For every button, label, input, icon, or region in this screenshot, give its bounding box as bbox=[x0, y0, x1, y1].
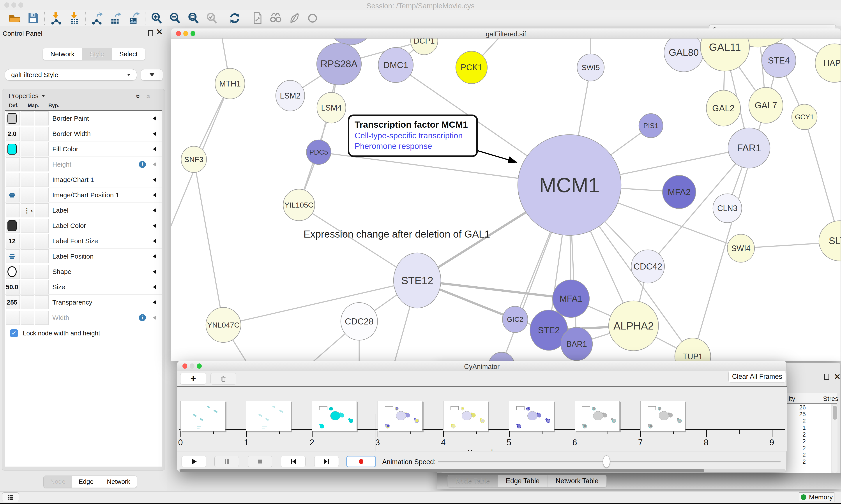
property-row-image-chart-1[interactable]: Image/Chart 1 bbox=[5, 172, 162, 187]
network-node-yil105c[interactable]: YIL105C bbox=[283, 189, 315, 221]
binoculars-icon[interactable] bbox=[269, 12, 282, 24]
network-node-mcm1[interactable]: MCM1 bbox=[518, 134, 621, 235]
tab-node-table[interactable]: Node Table bbox=[448, 475, 498, 487]
network-node-gcy1[interactable]: GCY1 bbox=[792, 104, 817, 130]
property-cell[interactable] bbox=[35, 265, 49, 279]
slider-handle[interactable] bbox=[603, 455, 610, 468]
network-document-icon[interactable] bbox=[251, 12, 264, 24]
property-cell[interactable] bbox=[35, 280, 49, 294]
network-node-pis1[interactable]: PIS1 bbox=[639, 114, 663, 138]
property-cell[interactable] bbox=[35, 188, 49, 202]
tab-edge-table[interactable]: Edge Table bbox=[498, 475, 548, 487]
discrete-mapping-icon[interactable]: ⋮› bbox=[24, 206, 33, 214]
delete-frame-button[interactable] bbox=[211, 373, 236, 385]
property-cell[interactable] bbox=[35, 111, 49, 125]
frame-thumbnail-2[interactable] bbox=[312, 401, 357, 431]
property-cell[interactable] bbox=[21, 142, 34, 156]
frame-thumbnail-1[interactable] bbox=[246, 401, 291, 431]
property-cell[interactable] bbox=[21, 249, 34, 264]
network-node-snf3[interactable]: SNF3 bbox=[181, 146, 207, 173]
expand-row-icon[interactable] bbox=[153, 315, 156, 320]
network-node-far1[interactable]: FAR1 bbox=[728, 128, 770, 168]
network-node-ynl047c[interactable]: YNL047C bbox=[206, 307, 241, 342]
property-row-border-width[interactable]: 2.0Border Width bbox=[5, 126, 162, 141]
property-cell[interactable] bbox=[6, 311, 20, 325]
property-row-shape[interactable]: Shape bbox=[5, 264, 162, 280]
default-value[interactable]: 12 bbox=[5, 237, 19, 245]
lock-size-checkbox[interactable]: ✓ bbox=[10, 329, 18, 337]
add-frame-button[interactable]: + bbox=[180, 373, 206, 385]
expand-row-icon[interactable] bbox=[153, 285, 156, 289]
column-divider[interactable] bbox=[814, 395, 814, 402]
property-cell[interactable] bbox=[21, 111, 34, 125]
property-cell[interactable] bbox=[35, 142, 49, 156]
property-cell[interactable] bbox=[35, 127, 49, 141]
collapse-all-icon[interactable]: » bbox=[143, 94, 152, 98]
property-cell[interactable] bbox=[21, 265, 34, 279]
property-cell[interactable] bbox=[35, 203, 49, 217]
property-row-fill-color[interactable]: Fill Color bbox=[5, 141, 162, 157]
zoom-selected-icon[interactable] bbox=[205, 12, 218, 24]
property-row-height[interactable]: Heighti bbox=[5, 157, 162, 172]
network-node-mth1[interactable]: MTH1 bbox=[215, 68, 245, 99]
network-node-ste12[interactable]: STE12 bbox=[394, 253, 441, 308]
position-icon[interactable] bbox=[9, 254, 15, 259]
property-cell[interactable] bbox=[21, 127, 34, 141]
color-swatch[interactable] bbox=[7, 144, 17, 155]
property-cell[interactable] bbox=[35, 295, 49, 309]
scrollbar-thumb[interactable] bbox=[833, 406, 837, 420]
properties-header[interactable]: Properties bbox=[8, 92, 48, 100]
frame-thumbnail-7[interactable] bbox=[640, 401, 685, 431]
float-panel-icon[interactable] bbox=[148, 30, 153, 37]
network-canvas[interactable]: DCP1RPS28ADMC1PCK1SWI5MTH1LSM2LSM4GAL80G… bbox=[171, 38, 841, 361]
property-row-label-color[interactable]: Label Color bbox=[5, 218, 162, 233]
expand-row-icon[interactable] bbox=[153, 269, 156, 274]
play-button[interactable] bbox=[182, 456, 206, 467]
network-node-alpha2[interactable]: ALPHA2 bbox=[609, 301, 659, 351]
property-cell[interactable] bbox=[35, 158, 49, 172]
float-panel-icon[interactable] bbox=[824, 374, 829, 380]
network-node-hap2[interactable]: HAP2 bbox=[815, 44, 841, 82]
network-node-lsm4[interactable]: LSM4 bbox=[317, 92, 346, 123]
info-icon[interactable]: i bbox=[139, 314, 146, 321]
property-cell[interactable] bbox=[35, 173, 49, 187]
import-network-icon[interactable] bbox=[50, 12, 62, 24]
zoom-fit-icon[interactable] bbox=[187, 12, 200, 24]
style-options-button[interactable] bbox=[141, 69, 163, 80]
expand-row-icon[interactable] bbox=[153, 223, 156, 228]
property-cell[interactable] bbox=[21, 173, 34, 187]
network-node-gal80[interactable]: GAL80 bbox=[664, 38, 703, 72]
save-session-icon[interactable] bbox=[27, 12, 39, 24]
property-cell[interactable] bbox=[35, 219, 49, 233]
close-panel-icon[interactable]: ✕ bbox=[834, 374, 841, 380]
property-cell[interactable] bbox=[21, 311, 34, 325]
default-value[interactable]: 2.0 bbox=[5, 130, 19, 137]
network-node-pck1[interactable]: PCK1 bbox=[456, 51, 487, 84]
property-cell[interactable] bbox=[6, 203, 20, 217]
frame-thumbnail-6[interactable] bbox=[575, 401, 620, 431]
network-node-rps28a[interactable]: RPS28A bbox=[317, 43, 361, 85]
network-node-n1[interactable] bbox=[489, 352, 514, 361]
open-session-icon[interactable] bbox=[8, 12, 21, 24]
color-swatch[interactable] bbox=[7, 113, 17, 124]
scrollbar-thumb[interactable] bbox=[180, 469, 704, 472]
default-value[interactable]: 50.0 bbox=[5, 283, 19, 290]
tab-network-table[interactable]: Network Table bbox=[548, 475, 606, 487]
hide-icon[interactable] bbox=[288, 12, 301, 24]
color-swatch[interactable] bbox=[7, 220, 17, 231]
frame-thumbnail-5[interactable] bbox=[509, 401, 554, 431]
zoom-out-icon[interactable] bbox=[168, 12, 181, 24]
timeline[interactable]: Seconds 0123456789 bbox=[177, 387, 787, 451]
timeline-scrollbar[interactable] bbox=[179, 469, 786, 472]
property-cell[interactable] bbox=[6, 173, 20, 187]
frame-thumbnail-4[interactable] bbox=[443, 401, 488, 431]
frame-thumbnail-0[interactable] bbox=[180, 401, 225, 431]
expand-row-icon[interactable] bbox=[153, 147, 156, 151]
network-node-swi4[interactable]: SWI4 bbox=[727, 234, 754, 262]
network-node-gal2[interactable]: GAL2 bbox=[706, 90, 740, 126]
export-network-icon[interactable] bbox=[91, 12, 103, 24]
skip-to-start-button[interactable] bbox=[281, 456, 305, 467]
property-row-border-paint[interactable]: Border Paint bbox=[5, 111, 162, 126]
expand-row-icon[interactable] bbox=[153, 239, 156, 244]
property-row-image-chart-position-1[interactable]: Image/Chart Position 1 bbox=[5, 187, 162, 203]
